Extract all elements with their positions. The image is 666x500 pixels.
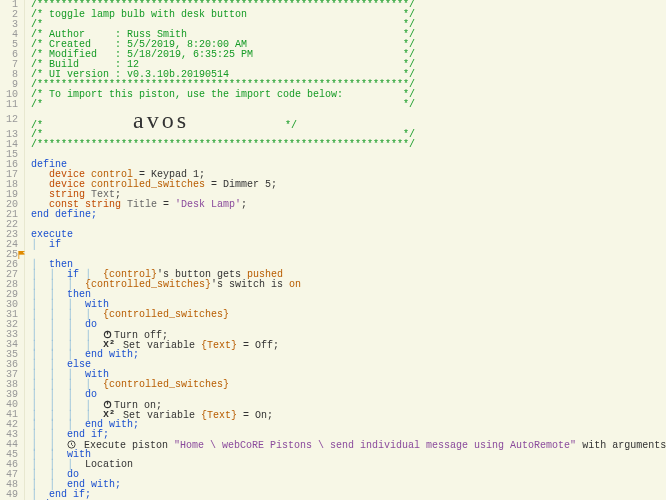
flag-icon bbox=[17, 250, 27, 260]
with-target: {controlled_switches} bbox=[103, 379, 229, 390]
device-ref: {controlled_switches} bbox=[85, 279, 211, 290]
kw-end-define: end define; bbox=[31, 209, 97, 220]
code-area[interactable]: /***************************************… bbox=[25, 0, 666, 500]
with-target: {controlled_switches} bbox=[103, 309, 229, 320]
kw-end-if: end if; bbox=[67, 429, 109, 440]
kw-end-with: end with; bbox=[85, 349, 139, 360]
code-editor: 1234567891011121314151617181920212223242… bbox=[0, 0, 666, 500]
comment: /* */ bbox=[31, 99, 415, 110]
kw-do: do bbox=[85, 389, 97, 400]
kw-do: do bbox=[85, 319, 97, 330]
line-number: 11 bbox=[6, 100, 18, 110]
kw-if: if bbox=[49, 239, 61, 250]
var-title: Title bbox=[127, 199, 157, 210]
location-target: Location bbox=[85, 459, 133, 470]
line-number: 12 bbox=[6, 110, 18, 130]
comment-rule: /***************************************… bbox=[31, 139, 415, 150]
